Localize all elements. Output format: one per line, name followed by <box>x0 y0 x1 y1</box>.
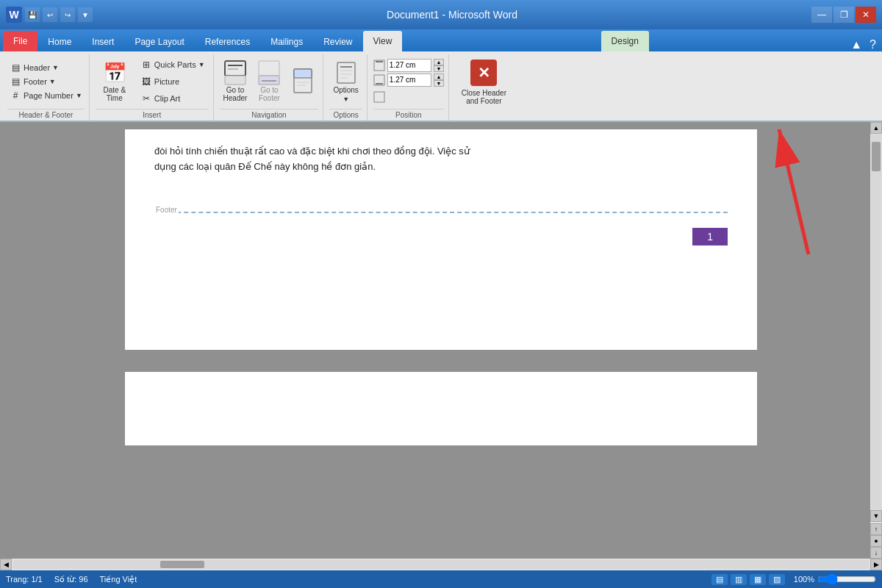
scroll-thumb-h[interactable] <box>160 561 204 568</box>
svg-rect-20 <box>374 92 384 102</box>
fullscreen-btn[interactable]: ▥ <box>731 574 747 585</box>
tab-references[interactable]: References <box>195 32 260 51</box>
close-btn[interactable]: ✕ <box>856 7 876 23</box>
tab-view[interactable]: View <box>363 31 403 51</box>
date-time-icon: 📅 <box>103 61 126 85</box>
clip-art-icon: ✂ <box>140 93 152 104</box>
zoom-level: 100% <box>794 575 814 584</box>
nav-extra-icon <box>291 69 315 93</box>
goto-footer-btn[interactable]: Go toFooter <box>254 59 284 104</box>
picture-icon: 🖼 <box>140 76 152 87</box>
date-time-btn[interactable]: 📅 Date &Time <box>96 59 134 104</box>
ribbon-group-close: ✕ Close Headerand Footer Close <box>451 54 517 121</box>
bottom-position-row: ▲ ▼ <box>373 74 444 87</box>
window-controls: — ❐ ✕ <box>811 7 876 23</box>
document-text: đòi hỏi tính chiến thuật rất cao và đặc … <box>125 129 757 190</box>
undo-qat-btn[interactable]: ↩ <box>43 7 57 22</box>
print-layout-btn[interactable]: ▤ <box>711 574 728 585</box>
word-icon: W <box>6 7 22 23</box>
bottom-margin-up[interactable]: ▲ <box>434 74 444 80</box>
goto-header-btn[interactable]: Go toHeader <box>220 59 251 104</box>
goto-footer-label: Go toFooter <box>259 86 280 102</box>
ribbon-collapse-btn[interactable]: ▲ <box>847 38 865 51</box>
top-position-row: ▲ ▼ <box>373 59 444 72</box>
bottom-margin-input[interactable] <box>387 74 431 87</box>
minimize-btn[interactable]: — <box>811 7 832 23</box>
tab-review[interactable]: Review <box>313 32 362 51</box>
close-hf-btn[interactable]: ✕ Close Headerand Footer <box>455 56 513 109</box>
ribbon-group-insert: 📅 Date &Time ⊞ Quick Parts ▼ 🖼 Picture ✂… <box>91 54 214 121</box>
insert-group-label: Insert <box>96 109 209 121</box>
vertical-scrollbar: ▲ ▼ ↑ ● ↓ <box>870 122 882 559</box>
tab-file[interactable]: File <box>3 31 37 51</box>
header-btn[interactable]: ▤ Header ▼ <box>7 61 85 74</box>
ribbon-help-btn[interactable]: ? <box>867 38 879 51</box>
options-btn[interactable]: Options ▼ <box>329 59 362 105</box>
word-count: Số từ: 96 <box>54 575 88 584</box>
top-margin-up[interactable]: ▲ <box>434 59 444 65</box>
title-bar-left: W 💾 ↩ ↪ ▼ <box>6 7 93 23</box>
options-arrow: ▼ <box>343 96 349 103</box>
options-group-content: Options ▼ <box>329 56 362 107</box>
scroll-page-select-btn[interactable]: ● <box>870 535 882 547</box>
tab-design[interactable]: Design <box>601 31 649 51</box>
tab-insert[interactable]: Insert <box>82 32 124 51</box>
ribbon-tabs: File Home Insert Page Layout References … <box>0 29 882 51</box>
clip-art-btn[interactable]: ✂ Clip Art <box>137 90 209 107</box>
footer-section-label: Footer <box>154 206 179 214</box>
tab-home[interactable]: Home <box>37 32 82 51</box>
redo-qat-btn[interactable]: ↪ <box>60 7 75 22</box>
ribbon-tabs-right: ▲ ? <box>847 38 882 51</box>
top-margin-spinner: ▲ ▼ <box>434 59 444 72</box>
page-number-btn[interactable]: # Page Number ▼ <box>7 89 85 102</box>
scroll-right-btn[interactable]: ▶ <box>870 559 882 570</box>
scroll-up-btn[interactable]: ▲ <box>870 122 882 134</box>
svg-rect-8 <box>294 69 312 78</box>
title-bar: W 💾 ↩ ↪ ▼ Document1 - Microsoft Word — ❐… <box>0 0 882 29</box>
page-gap <box>0 350 882 372</box>
scroll-down-btn[interactable]: ▼ <box>870 510 882 522</box>
scroll-left-btn[interactable]: ◀ <box>0 559 12 570</box>
hf-group-label: Header & Footer <box>7 109 85 121</box>
top-margin-input[interactable] <box>387 59 431 72</box>
svg-rect-11 <box>337 62 355 83</box>
scroll-prev-page-btn[interactable]: ↑ <box>870 523 882 535</box>
picture-btn[interactable]: 🖼 Picture <box>137 74 209 90</box>
options-icon <box>334 61 358 85</box>
page-number-icon: # <box>10 90 21 101</box>
page-info: Trang: 1/1 <box>6 575 43 584</box>
web-layout-btn[interactable]: ▦ <box>750 574 766 585</box>
horizontal-scrollbar: ◀ ▶ <box>0 559 882 570</box>
bottom-margin-down[interactable]: ▼ <box>434 80 444 87</box>
zoom-slider[interactable] <box>817 575 876 584</box>
ribbon-group-navigation: Go toHeader Go toFooter <box>215 54 324 121</box>
red-arrow-annotation <box>750 122 838 264</box>
scroll-track <box>871 135 881 509</box>
status-bar: Trang: 1/1 Số từ: 96 Tiếng Việt ▤ ▥ ▦ ▧ … <box>0 570 882 588</box>
svg-rect-1 <box>225 76 245 85</box>
document-page: đòi hỏi tính chiến thuật rất cao và đặc … <box>125 129 757 350</box>
hf-buttons: ▤ Header ▼ ▤ Footer ▼ # Page Number ▼ <box>7 61 85 102</box>
doc-line-1: đòi hỏi tính chiến thuật rất cao và đặc … <box>154 144 728 159</box>
nav-group-label: Navigation <box>220 109 319 121</box>
restore-btn[interactable]: ❐ <box>833 7 854 23</box>
quick-parts-icon: ⊞ <box>140 59 152 71</box>
top-margin-down[interactable]: ▼ <box>434 65 444 72</box>
footer-btn[interactable]: ▤ Footer ▼ <box>7 75 85 88</box>
doc-line-2: dụng các loại quân Đế Chế này không hề đ… <box>154 159 728 175</box>
outline-btn[interactable]: ▧ <box>769 574 785 585</box>
customize-qat-btn[interactable]: ▼ <box>78 7 93 22</box>
ribbon-group-position: ▲ ▼ ▲ ▼ Position <box>369 54 449 121</box>
window-title: Document1 - Microsoft Word <box>93 9 811 21</box>
quick-parts-btn[interactable]: ⊞ Quick Parts ▼ <box>137 57 209 73</box>
close-hf-label: Close Headerand Footer <box>462 89 506 105</box>
hf-group-content: ▤ Header ▼ ▤ Footer ▼ # Page Number ▼ <box>7 56 85 107</box>
nav-extra-btn[interactable] <box>287 67 318 96</box>
scroll-thumb[interactable] <box>872 142 881 171</box>
goto-footer-icon <box>257 61 281 85</box>
tab-page-layout[interactable]: Page Layout <box>124 32 194 51</box>
goto-header-label: Go toHeader <box>223 86 248 102</box>
scroll-next-page-btn[interactable]: ↓ <box>870 547 882 559</box>
save-qat-btn[interactable]: 💾 <box>25 7 40 22</box>
tab-mailings[interactable]: Mailings <box>260 32 313 51</box>
